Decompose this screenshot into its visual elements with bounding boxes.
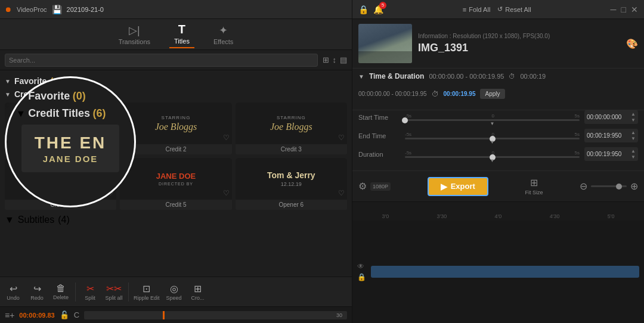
- left-panel: ⏺ VideoProc 💾 202109-21-0 ▷| Transitions…: [0, 0, 352, 323]
- crop-button[interactable]: ⊞ Cro...: [188, 283, 208, 301]
- zoom-thumb: [616, 184, 622, 190]
- undo-button[interactable]: ↩ Undo: [4, 283, 23, 301]
- subtitles-count: (4): [58, 215, 70, 225]
- video-track-bar[interactable]: [371, 266, 639, 278]
- resolution-badge: 1080P: [370, 182, 391, 191]
- start-zero: 0: [492, 113, 494, 119]
- tile-credit2[interactable]: STARRING Joe Bloggs ♡ Credit 2: [120, 103, 231, 154]
- tile-credit3[interactable]: STARRING Joe Bloggs ♡ Credit 3: [236, 103, 347, 154]
- maximize-icon[interactable]: □: [621, 5, 626, 14]
- time-controls: 00:00:00.00 - 00:00:19.95 ⏱ 00:00:19.95 …: [352, 84, 644, 110]
- info-edit-icon[interactable]: 🎨: [626, 38, 638, 49]
- magnet-icon[interactable]: C: [74, 310, 79, 319]
- notification-bell[interactable]: 🔔 5: [373, 5, 383, 14]
- heart-icon-credit3[interactable]: ♡: [338, 133, 345, 142]
- start-time-row: Start Time -5s 0 5s ▼ 00:00:00:000 ▲ ▼: [358, 110, 638, 124]
- favorite-arrow[interactable]: ▼: [5, 78, 11, 85]
- duration-slider[interactable]: ▼: [405, 156, 580, 158]
- add-track-icon[interactable]: ≡+: [5, 310, 14, 320]
- redo-button[interactable]: ↪ Redo: [27, 283, 47, 301]
- save-icon[interactable]: 💾: [52, 5, 62, 14]
- tile-credit6[interactable]: Tom & Jerry 12.12.19 ♡ Opener 6: [236, 158, 347, 210]
- settings-area: ⚙ 1080P: [358, 181, 391, 192]
- info-section: Information : Resolution (1920 x 1080), …: [352, 19, 644, 69]
- zoom-minus-button[interactable]: ⊖: [580, 181, 587, 192]
- filter-icon[interactable]: ▤: [340, 55, 347, 64]
- right-top-bar: 🔒 🔔 5 ≡ Fold All ↺ Reset All ─ □ ✕: [352, 0, 644, 19]
- end-time-stepper[interactable]: ▲ ▼: [631, 130, 636, 141]
- credit-titles-arrow[interactable]: ▼: [5, 91, 11, 98]
- zoom-plus-button[interactable]: ⊕: [630, 181, 638, 192]
- tab-effects-label: Effects: [213, 38, 233, 45]
- heart-icon-credit6[interactable]: ♡: [338, 189, 345, 197]
- tab-transitions[interactable]: ▷| Transitions: [114, 21, 155, 48]
- directed-by: DIRECTED BY: [159, 182, 193, 186]
- speed-icon: ◎: [170, 283, 178, 294]
- start-time-value: 00:00:00:000: [587, 114, 631, 120]
- start-time-label: Start Time: [358, 114, 400, 121]
- end-time-slider[interactable]: ▼: [405, 138, 580, 139]
- close-icon[interactable]: ✕: [631, 5, 638, 14]
- end-time-value-box: 00:00:19:950 ▲ ▼: [584, 129, 638, 142]
- search-input[interactable]: [5, 54, 318, 67]
- timeline-bar: ≡+ 00:00:09.83 🔓 C 30: [0, 306, 352, 323]
- split-button[interactable]: ✂ Split: [80, 283, 100, 301]
- thumb-image: [358, 24, 412, 63]
- speed-button[interactable]: ◎ Speed: [165, 283, 184, 301]
- search-row: ⊞ ↕ ▤: [0, 50, 352, 70]
- tile-credit5[interactable]: JANE DOE DIRECTED BY ♡ Credit 5: [120, 158, 231, 210]
- end-plus5: 5s: [575, 132, 580, 137]
- clock-icon-small: ⏱: [432, 90, 439, 98]
- start-time-stepper[interactable]: ▲ ▼: [631, 111, 636, 123]
- zoom-controls: ⊖ ⊕: [580, 181, 638, 192]
- track-eye-icon[interactable]: 👁: [357, 262, 366, 271]
- crop-icon: ⊞: [194, 283, 202, 294]
- lock-icon[interactable]: 🔓: [60, 310, 69, 319]
- apply-button[interactable]: Apply: [480, 89, 504, 99]
- slider-section: Start Time -5s 0 5s ▼ 00:00:00:000 ▲ ▼: [352, 110, 644, 170]
- speed-label: Speed: [166, 295, 182, 301]
- sort-icon[interactable]: ↕: [333, 55, 337, 64]
- time-duration-header[interactable]: ▼ Time & Duration 00:00:00.00 - 00:00:19…: [352, 69, 644, 84]
- fit-size-label: Fit Size: [525, 190, 543, 195]
- redo-icon: ↪: [33, 283, 41, 294]
- tile-credit6-preview: Tom & Jerry 12.12.19 ♡: [236, 158, 347, 200]
- settings-icon[interactable]: ⚙: [358, 181, 367, 192]
- joe-bloggs-name: Joe Bloggs: [155, 122, 197, 132]
- start-plus5: 5s: [575, 113, 580, 119]
- minimize-icon[interactable]: ─: [611, 5, 617, 14]
- tab-effects[interactable]: ✦ Effects: [209, 21, 238, 48]
- start-time-slider[interactable]: ▼: [405, 119, 580, 121]
- lock-icon-right[interactable]: 🔒: [358, 5, 369, 14]
- track-lock-icon[interactable]: 🔒: [357, 273, 366, 281]
- split-all-button[interactable]: ✂✂ Split all: [104, 283, 123, 301]
- top-bar: ⏺ VideoProc 💾 202109-21-0: [0, 0, 352, 19]
- heart-icon-credit5[interactable]: ♡: [223, 189, 230, 197]
- dur-minus5: -5s: [405, 150, 411, 156]
- duration-stepper[interactable]: ▲ ▼: [631, 148, 636, 160]
- time-duration-title: Time & Duration: [369, 72, 424, 80]
- heart-icon-credit2[interactable]: ♡: [223, 133, 230, 142]
- duration-track-wrap: -5s 0 5s ▼: [405, 150, 580, 158]
- end-time-value: 00:00:19:950: [587, 132, 631, 139]
- ripple-edit-button[interactable]: ⊡ Ripple Edit: [134, 283, 160, 301]
- reset-all-button[interactable]: ↺ Reset All: [497, 5, 531, 13]
- time-duration-arrow: ▼: [358, 73, 364, 80]
- video-thumbnail: [358, 24, 412, 63]
- info-name: IMG_1391: [418, 42, 620, 54]
- fit-size-button[interactable]: ⊞ Fit Size: [525, 177, 543, 195]
- credit5-name: JANE DOE: [156, 172, 196, 181]
- grid-icon[interactable]: ⊞: [323, 55, 329, 64]
- circle-credit-title: Credit Titles: [28, 107, 90, 119]
- tab-titles[interactable]: T Titles: [169, 20, 194, 48]
- circle-the-end-tile[interactable]: THE END JANE DOE: [21, 125, 119, 172]
- subtitles-arrow[interactable]: ▼: [5, 215, 14, 225]
- zoom-track[interactable]: [591, 185, 627, 187]
- tom-jerry-name: Tom & Jerry: [267, 170, 315, 180]
- export-button[interactable]: ▶ Export: [428, 177, 488, 196]
- timeline-track[interactable]: 30: [84, 311, 347, 319]
- delete-button[interactable]: 🗑 Delete: [51, 283, 70, 300]
- circle-favorite-section: ▼ Favorite (0): [16, 90, 125, 103]
- redo-label: Redo: [30, 295, 44, 301]
- fold-all-button[interactable]: ≡ Fold All: [463, 6, 491, 13]
